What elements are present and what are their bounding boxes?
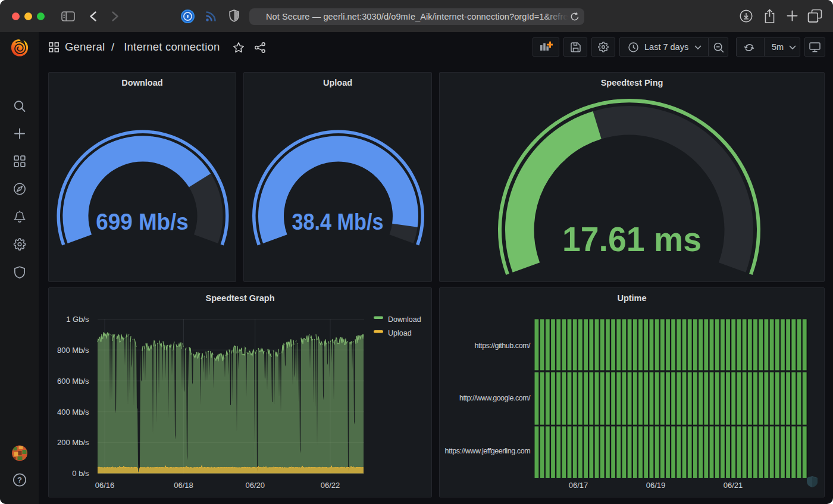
svg-text:?: ? (17, 475, 22, 484)
svg-text:06/19: 06/19 (646, 481, 666, 490)
svg-text:1 Gb/s: 1 Gb/s (66, 315, 89, 324)
svg-text:Upload: Upload (388, 329, 412, 337)
svg-text:400 Mb/s: 400 Mb/s (57, 408, 89, 417)
svg-text:06/21: 06/21 (724, 481, 743, 490)
svg-text:Download: Download (388, 315, 421, 324)
svg-text:06/20: 06/20 (245, 481, 265, 490)
svg-text:06/18: 06/18 (174, 481, 193, 490)
svg-text:06/22: 06/22 (321, 481, 340, 490)
svg-text:https://github.com/: https://github.com/ (475, 342, 531, 350)
svg-text:800 Mb/s: 800 Mb/s (57, 346, 89, 355)
svg-text:06/17: 06/17 (569, 481, 588, 490)
svg-text:600 Mb/s: 600 Mb/s (57, 377, 89, 386)
svg-text:http://www.google.com/: http://www.google.com/ (459, 394, 531, 402)
svg-text:06/16: 06/16 (95, 481, 115, 490)
svg-text:https://www.jeffgeerling.com: https://www.jeffgeerling.com (445, 447, 531, 455)
svg-text:200 Mb/s: 200 Mb/s (57, 438, 89, 447)
svg-text:0 b/s: 0 b/s (72, 469, 89, 478)
